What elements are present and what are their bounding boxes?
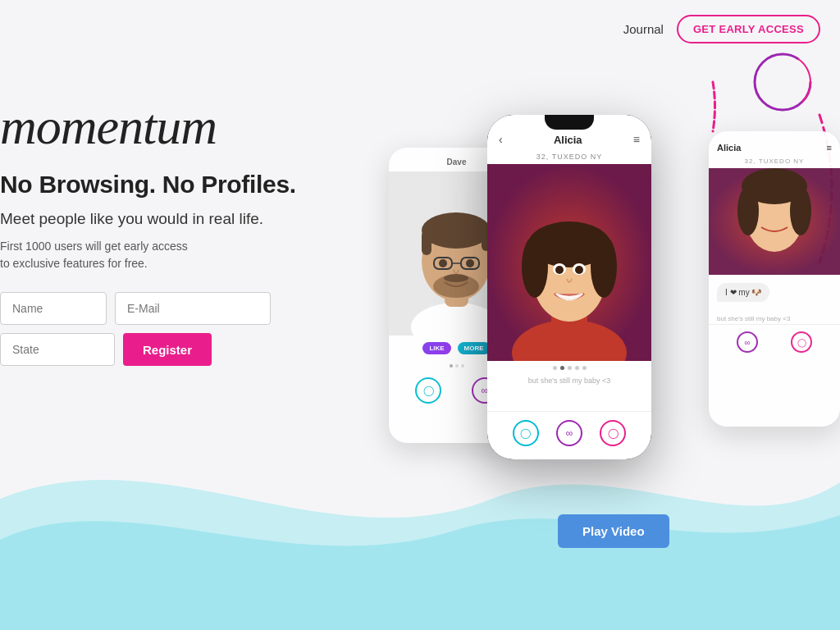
alicia-location: 32, TUXEDO NY — [487, 153, 651, 161]
svg-point-22 — [522, 235, 548, 298]
play-video-button[interactable]: Play Video — [558, 514, 669, 548]
svg-point-31 — [737, 186, 759, 235]
alicia-photo — [487, 164, 651, 361]
form-row-1 — [0, 292, 296, 325]
chat-preview-text: but she's still my baby <3 — [709, 313, 840, 324]
pink-circle-btn[interactable]: ◯ — [600, 420, 626, 446]
navbar: Journal GET EARLY ACCESS — [604, 0, 840, 58]
svg-point-32 — [790, 186, 811, 235]
hero-small-text: First 1000 users will get early access t… — [0, 238, 296, 272]
svg-rect-7 — [422, 231, 431, 255]
chat-pink-btn[interactable]: ◯ — [791, 331, 812, 353]
email-input[interactable] — [115, 292, 271, 325]
hero-title: momentum — [0, 98, 296, 154]
journal-link[interactable]: Journal — [623, 22, 664, 36]
menu-icon[interactable]: ≡ — [633, 133, 640, 146]
hero-section: momentum No Browsing. No Profiles. Meet … — [0, 98, 296, 366]
alicia-preview: but she's still my baby <3 — [487, 375, 651, 386]
svg-point-25 — [555, 266, 564, 274]
get-early-access-button[interactable]: GET EARLY ACCESS — [677, 15, 820, 43]
svg-point-6 — [422, 212, 491, 249]
hero-description: Meet people like you would in real life. — [0, 208, 296, 231]
alicia-dots — [487, 361, 651, 375]
phone-alicia-main: ‹ Alicia ≡ 32, TUXEDO NY — [487, 115, 651, 459]
chat-message: I ❤ my 🐶 — [717, 283, 769, 302]
teal-icon[interactable]: ◯ — [415, 377, 441, 404]
arc-decoration — [668, 74, 717, 139]
chat-alicia-name: Alicia — [717, 143, 741, 153]
back-arrow-icon[interactable]: ‹ — [499, 133, 503, 146]
phone-chat: Alicia ≡ 32, TUXEDO NY I ❤ my — [709, 131, 840, 427]
double-ring-btn[interactable]: ∞ — [556, 420, 582, 446]
register-button[interactable]: Register — [123, 333, 212, 366]
chat-bottom-icons: ∞ ◯ — [709, 324, 840, 359]
registration-form: Register — [0, 292, 296, 366]
svg-point-27 — [575, 266, 583, 274]
form-row-2: Register — [0, 333, 296, 366]
teal-circle-btn[interactable]: ◯ — [513, 420, 539, 446]
chat-menu-icon: ≡ — [827, 143, 832, 153]
alicia-bottom-bar: ◯ ∞ ◯ — [487, 411, 651, 459]
more-button[interactable]: MORE — [458, 342, 491, 354]
svg-point-15 — [444, 274, 468, 282]
like-button[interactable]: LIKE — [422, 342, 450, 354]
svg-point-23 — [591, 235, 617, 298]
phone-screen: ‹ Alicia ≡ 32, TUXEDO NY — [487, 115, 651, 459]
name-input[interactable] — [0, 292, 107, 325]
hero-subtitle: No Browsing. No Profiles. — [0, 169, 296, 200]
chat-bubble-area: I ❤ my 🐶 — [709, 275, 840, 313]
chat-alicia-header: Alicia ≡ — [709, 131, 840, 158]
chat-photo — [709, 168, 840, 275]
chat-double-ring-btn[interactable]: ∞ — [737, 331, 758, 353]
phone-notch — [545, 115, 594, 130]
state-input[interactable] — [0, 333, 115, 366]
svg-point-12 — [439, 259, 447, 267]
svg-point-13 — [466, 259, 474, 267]
chat-location: 32, TUXEDO NY — [709, 158, 840, 165]
alicia-name-header: Alicia — [554, 134, 582, 146]
phones-showcase: Dave — [389, 66, 840, 574]
